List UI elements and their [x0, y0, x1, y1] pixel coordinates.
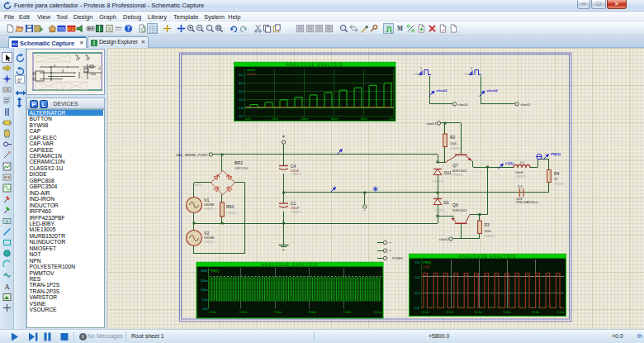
svg-text:UAC_SENSE_POINT: UAC_SENSE_POINT	[176, 153, 208, 157]
svg-text:ANALOGUE ANALYSIS: ANALOGUE ANALYSIS	[261, 263, 318, 267]
svg-text:<TEXT>: <TEXT>	[291, 173, 301, 176]
svg-text:<TEXT>: <TEXT>	[450, 147, 461, 150]
svg-text:<TEXT>: <TEXT>	[413, 73, 424, 76]
svg-text:800m: 800m	[361, 117, 368, 121]
svg-text:POWER: POWER	[392, 257, 403, 260]
svg-text:clock1: clock1	[437, 88, 448, 93]
svg-text:VSINE: VSINE	[204, 202, 215, 207]
svg-text:0.00: 0.00	[245, 117, 251, 121]
svg-text:C4: C4	[291, 164, 296, 169]
svg-text:ANALOGUE ANALYSIS: ANALOGUE ANALYSIS	[459, 255, 516, 259]
svg-text:10.0m: 10.0m	[421, 311, 429, 314]
svg-text:300m: 300m	[201, 269, 208, 273]
svg-text:10.0: 10.0	[239, 98, 244, 102]
svg-text:D11: D11	[444, 170, 452, 175]
svg-text:L1(1): L1(1)	[505, 161, 514, 165]
svg-text:?: ?	[126, 25, 130, 32]
svg-text:<TEXT>: <TEXT>	[204, 207, 215, 211]
svg-text:PW(1): PW(1)	[551, 152, 561, 156]
svg-text:PRECHARGE=0: PRECHARGE=0	[516, 201, 538, 204]
svg-text:clock1: clock1	[247, 69, 255, 72]
svg-text:clock2: clock2	[247, 73, 255, 76]
svg-text:ARES: ARES	[67, 26, 76, 31]
svg-text:R2: R2	[450, 135, 456, 140]
svg-text:PW(1): PW(1)	[423, 261, 431, 264]
svg-text:8.00m: 8.00m	[309, 311, 317, 314]
svg-text:600m: 600m	[331, 117, 339, 121]
svg-text:<TEXT>: <TEXT>	[433, 180, 443, 183]
svg-text:-100: -100	[202, 307, 208, 311]
svg-text:LBL: LBL	[4, 88, 11, 92]
svg-text:<TEXT>: <TEXT>	[434, 209, 445, 212]
svg-text:R3: R3	[485, 222, 490, 227]
svg-text:L1: L1	[520, 160, 524, 164]
svg-text:10mH: 10mH	[515, 171, 523, 174]
svg-text:ISIS: ISIS	[12, 42, 18, 46]
svg-text:<TEXT>: <TEXT>	[226, 212, 237, 215]
svg-text:R60: R60	[226, 204, 234, 209]
svg-text:V1: V1	[204, 198, 209, 202]
svg-text:20.0: 20.0	[239, 90, 244, 93]
svg-text:PW(1): PW(1)	[211, 269, 219, 273]
svg-text:clock2: clock2	[487, 88, 499, 93]
svg-text:V: V	[6, 219, 8, 223]
svg-text:50.0: 50.0	[414, 292, 420, 295]
svg-text:7.00m: 7.00m	[274, 311, 282, 314]
svg-text:0.00: 0.00	[202, 298, 208, 302]
svg-text:200m: 200m	[272, 117, 279, 121]
svg-text:100k: 100k	[485, 230, 491, 233]
svg-text:11.0m: 11.0m	[556, 311, 564, 314]
svg-text:clock2: clock2	[521, 102, 532, 107]
svg-text:10.8m: 10.8m	[532, 311, 540, 314]
svg-text:ANALOGUE ANALYSIS: ANALOGUE ANALYSIS	[286, 63, 343, 67]
svg-text:<TEXT>: <TEXT>	[204, 241, 215, 244]
svg-text:2: 2	[471, 67, 472, 70]
svg-text:100k: 100k	[450, 142, 457, 145]
svg-text:1: 1	[420, 67, 422, 70]
svg-text:clock1: clock1	[458, 102, 469, 107]
svg-text:clock1: clock1	[427, 121, 438, 126]
svg-text:-10.0: -10.0	[238, 115, 244, 118]
svg-text:400m: 400m	[301, 117, 309, 121]
svg-text:R4: R4	[554, 171, 560, 176]
svg-text:100: 100	[415, 276, 420, 279]
svg-text:9.00m: 9.00m	[343, 311, 351, 314]
svg-text:30.0: 30.0	[239, 82, 244, 85]
svg-text:200m: 200m	[201, 279, 208, 283]
svg-text:1.00: 1.00	[388, 117, 394, 121]
svg-text:6.00m: 6.00m	[239, 311, 248, 314]
svg-text:L1(1): L1(1)	[423, 265, 429, 269]
svg-text:MJE13005: MJE13005	[452, 209, 467, 212]
svg-text:ISIS: ISIS	[58, 26, 65, 31]
svg-text:VSINE: VSINE	[204, 236, 215, 240]
svg-text:<TEXT>: <TEXT>	[463, 73, 474, 76]
svg-text:Q7: Q7	[452, 163, 458, 168]
svg-text:10.6m: 10.6m	[503, 311, 511, 314]
svg-text:M: M	[397, 25, 403, 32]
svg-text:10.0m: 10.0m	[374, 311, 382, 314]
svg-text:150: 150	[415, 261, 420, 264]
svg-text:D1: D1	[444, 200, 450, 205]
svg-text:S: S	[107, 26, 111, 31]
svg-text:Q8: Q8	[452, 202, 458, 207]
svg-text:<TEXT>: <TEXT>	[515, 175, 526, 179]
svg-text:<TEXT>: <TEXT>	[554, 183, 565, 186]
svg-text:V2: V2	[204, 231, 209, 236]
svg-text:10.4m: 10.4m	[474, 311, 482, 314]
svg-text:C2: C2	[518, 184, 523, 188]
svg-text:clock2: clock2	[439, 237, 450, 241]
svg-text:0.00: 0.00	[414, 307, 420, 310]
svg-text:470uF: 470uF	[291, 169, 300, 173]
svg-text:<TEXT>: <TEXT>	[192, 183, 202, 187]
svg-text:BR2: BR2	[234, 160, 243, 165]
svg-text:10.2m: 10.2m	[446, 311, 454, 314]
svg-text:0.00: 0.00	[239, 107, 244, 110]
svg-text:A: A	[4, 283, 10, 291]
svg-text:MJE13005: MJE13005	[452, 169, 467, 173]
svg-text:470uF: 470uF	[291, 207, 300, 210]
svg-text:40.0: 40.0	[239, 74, 244, 77]
svg-text:5.00m: 5.00m	[209, 311, 217, 314]
svg-text:10: 10	[554, 178, 557, 181]
svg-text:<TEXT>: <TEXT>	[485, 235, 495, 238]
svg-text:100m: 100m	[201, 288, 208, 292]
